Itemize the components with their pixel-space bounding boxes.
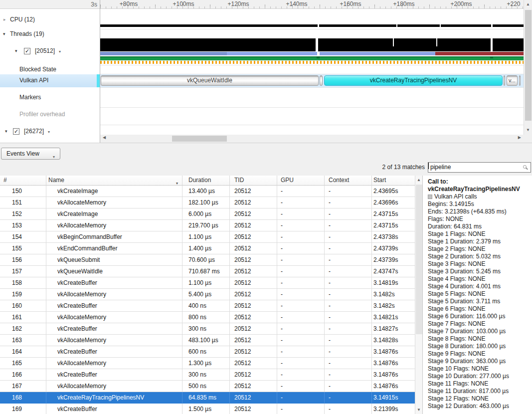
sidebar-item-profiler-overhead[interactable]: Profiler overhead (0, 110, 100, 119)
column-header-name[interactable]: Name▾ (46, 176, 182, 186)
table-row[interactable]: 160vkCreateBuffer400 ns20512--3.1482s (0, 300, 415, 312)
detail-line: Stage 9 Flags: NONE (428, 350, 532, 358)
timeline-vertical-scrollbar[interactable]: ▲ ▼ (524, 0, 532, 135)
search-input[interactable]: pipeline (428, 162, 531, 173)
table-row[interactable]: 162vkCreateBuffer300 ns20512--3.14827s (0, 323, 415, 335)
sidebar-item-thread-26272[interactable]: ▾ ✓ [26272] ▾ (0, 127, 100, 136)
cpu-usage-bar (100, 24, 524, 27)
scroll-right-icon[interactable]: ▶ (518, 135, 521, 140)
event-bar-overflow[interactable]: v... (507, 75, 518, 86)
chevron-down-icon[interactable]: ▾ (59, 47, 61, 56)
table-cell: 2.43715s (372, 220, 415, 231)
column-header-index[interactable]: # (0, 176, 46, 186)
detail-line: Stage 5 Duration: 3.711 ms (428, 298, 532, 305)
detail-line: Stage 9 Duration: 363.000 µs (428, 358, 532, 365)
column-header-duration[interactable]: Duration (182, 176, 230, 186)
scroll-up-icon[interactable]: ▲ (415, 177, 422, 184)
table-cell: 150 (0, 186, 46, 197)
scrollbar-thumb[interactable] (416, 185, 422, 334)
collapse-icon[interactable]: ▾ (3, 30, 5, 38)
table-cell: 13.400 µs (182, 186, 230, 197)
events-view-dropdown[interactable]: Events View ▾ (1, 148, 60, 160)
scrollbar-thumb[interactable] (172, 136, 227, 142)
table-row[interactable]: 153vkAllocateMemory219.700 µs20512--2.43… (0, 220, 415, 231)
table-row[interactable]: 166vkCreateBuffer300 ns20512--3.14876s (0, 369, 415, 381)
sidebar-item-label: [20512] (35, 47, 55, 55)
sidebar-item-label: CPU (12) (10, 15, 35, 24)
scrollbar-thumb[interactable] (525, 10, 532, 121)
sidebar-item-thread-20512[interactable]: ▾ ✓ [20512] ▾ (0, 47, 100, 55)
table-row[interactable]: 165vkAllocateMemory1.300 µs20512--3.1487… (0, 358, 415, 369)
table-vertical-scrollbar[interactable]: ▲ ▼ (415, 176, 422, 414)
collapse-icon[interactable]: ▾ (5, 127, 7, 136)
table-cell: 167 (0, 381, 46, 392)
table-cell: vkCreateBuffer (46, 300, 182, 312)
table-row[interactable]: 167vkAllocateMemory500 ns20512--3.14876s (0, 381, 415, 392)
table-row[interactable]: 159vkAllocateMemory5.400 µs20512--3.1482… (0, 289, 415, 300)
table-row[interactable]: 161vkAllocateMemory800 ns20512--3.14821s (0, 312, 415, 323)
sidebar-item-markers[interactable]: Markers (0, 93, 100, 102)
timeline-section: 3s ▸ CPU (12) ▾ Threads (19) ▾ ✓ [20512]… (0, 0, 532, 143)
table-row[interactable]: 154vkBeginCommandBuffer1.100 µs20512--2.… (0, 231, 415, 243)
chevron-down-icon[interactable]: ▾ (48, 128, 50, 136)
table-row[interactable]: 163vkAllocateMemory483.100 µs20512--3.14… (0, 335, 415, 346)
events-table-body: 150vkCreateImage13.400 µs20512--2.43695s… (0, 186, 415, 414)
detail-line: Stage 12 Duration: 463.000 µs (428, 403, 532, 410)
table-cell: 2.43738s (372, 231, 415, 243)
table-row[interactable]: 169vkCreateBuffer1.500 µs20512--3.21399s (0, 404, 415, 414)
sidebar-item-blocked-state[interactable]: Blocked State (0, 65, 100, 74)
timeline-ruler[interactable]: +80ms+100ms+120ms+140ms+160ms+180ms+200m… (100, 0, 524, 9)
table-row[interactable]: 150vkCreateImage13.400 µs20512--2.43695s (0, 186, 415, 197)
thread-checkbox[interactable]: ✓ (24, 48, 30, 54)
sidebar-item-label: Profiler overhead (19, 110, 65, 119)
sidebar-item-vulkan-api[interactable]: Vulkan API (0, 76, 97, 85)
scroll-down-icon[interactable]: ▼ (415, 407, 422, 414)
sidebar-item-threads[interactable]: ▾ Threads (19) (0, 30, 100, 38)
sidebar-item-label: Markers (19, 93, 41, 102)
event-bar-small[interactable] (320, 75, 323, 86)
thread-checkbox[interactable]: ✓ (13, 128, 19, 135)
table-cell: 20512 (230, 289, 277, 300)
thread-state-segment (100, 52, 227, 55)
event-bar-vkcreateraytracingpipelines[interactable]: vkCreateRayTracingPipelinesNV (324, 75, 503, 86)
table-cell: 3.14876s (372, 346, 415, 358)
table-cell: 2.43739s (372, 254, 415, 266)
table-row[interactable]: 157vkQueueWaitIdle710.687 ms20512--2.437… (0, 266, 415, 277)
table-cell: 1.500 µs (182, 404, 230, 414)
event-bar-vkqueuewaitidle[interactable]: vkQueueWaitIdle (101, 75, 319, 86)
table-row[interactable]: 168vkCreateRayTracingPipelinesNV64.835 m… (0, 392, 415, 404)
expand-icon[interactable]: ▸ (3, 15, 6, 24)
timeline-horizontal-scrollbar[interactable]: ◀ ▶ (100, 135, 524, 143)
table-cell: 3.14819s (372, 277, 415, 289)
table-row[interactable]: 152vkCreateImage6.000 µs20512--2.43715s (0, 208, 415, 220)
table-row[interactable]: 158vkCreateBuffer1.100 µs20512--3.14819s (0, 277, 415, 289)
column-header-start[interactable]: Start (372, 176, 415, 186)
detail-line: Stage 6 Flags: NONE (428, 305, 532, 313)
table-cell: - (277, 186, 325, 197)
sidebar-item-label: Vulkan API (19, 76, 48, 85)
table-row[interactable]: 151vkAllocateMemory182.100 µs20512--2.43… (0, 197, 415, 208)
table-cell: - (325, 254, 372, 266)
table-row[interactable]: 155vkEndCommandBuffer1.400 µs20512--2.43… (0, 243, 415, 254)
sidebar-item-cpu[interactable]: ▸ CPU (12) (0, 15, 100, 24)
search-icon[interactable] (523, 165, 527, 169)
table-cell: 154 (0, 231, 46, 243)
detail-title: Call to: (428, 178, 532, 186)
table-cell: 5.400 µs (182, 289, 230, 300)
event-bar-small[interactable] (519, 75, 521, 86)
scroll-left-icon[interactable]: ◀ (103, 135, 106, 140)
event-bar-small[interactable] (504, 75, 505, 86)
column-header-gpu[interactable]: GPU (277, 176, 325, 186)
column-header-tid[interactable]: TID (230, 176, 277, 186)
events-table: # Name▾ Duration TID GPU Context Start 1… (0, 176, 415, 414)
table-cell: - (325, 404, 372, 414)
table-row[interactable]: 156vkQueueSubmit70.600 µs20512--2.43739s (0, 254, 415, 266)
detail-line: Stage 8 Flags: NONE (428, 335, 532, 343)
column-header-context[interactable]: Context (325, 176, 372, 186)
collapse-icon[interactable]: ▾ (15, 47, 17, 55)
scroll-up-icon[interactable]: ▲ (524, 1, 532, 8)
timeline-canvas[interactable]: +80ms+100ms+120ms+140ms+160ms+180ms+200m… (100, 0, 524, 143)
table-row[interactable]: 164vkCreateBuffer600 ns20512--3.14876s (0, 346, 415, 358)
table-cell: vkBeginCommandBuffer (46, 231, 182, 243)
scroll-down-icon[interactable]: ▼ (524, 127, 532, 134)
